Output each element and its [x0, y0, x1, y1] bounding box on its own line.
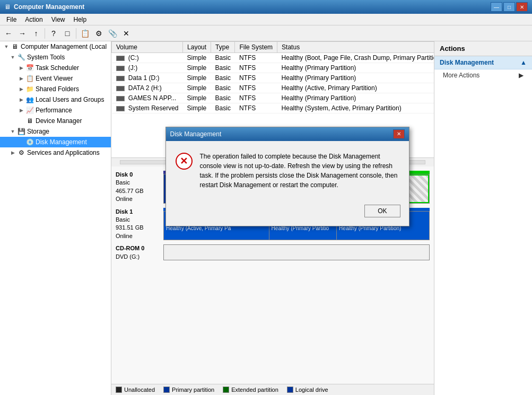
- ok-button[interactable]: OK: [364, 205, 400, 217]
- modal-body: ✕ The operation failed to complete becau…: [166, 141, 409, 200]
- modal-overlay: Disk Management ✕ ✕ The operation failed…: [0, 0, 532, 395]
- modal-title: Disk Management: [170, 130, 222, 138]
- disk-management-dialog: Disk Management ✕ ✕ The operation failed…: [165, 127, 409, 226]
- modal-close-button[interactable]: ✕: [393, 129, 405, 139]
- modal-titlebar: Disk Management ✕: [166, 127, 409, 141]
- modal-message: The operation failed to complete because…: [200, 152, 400, 190]
- error-icon: ✕: [176, 153, 193, 170]
- error-icon-container: ✕: [175, 152, 194, 171]
- modal-footer: OK: [166, 200, 409, 226]
